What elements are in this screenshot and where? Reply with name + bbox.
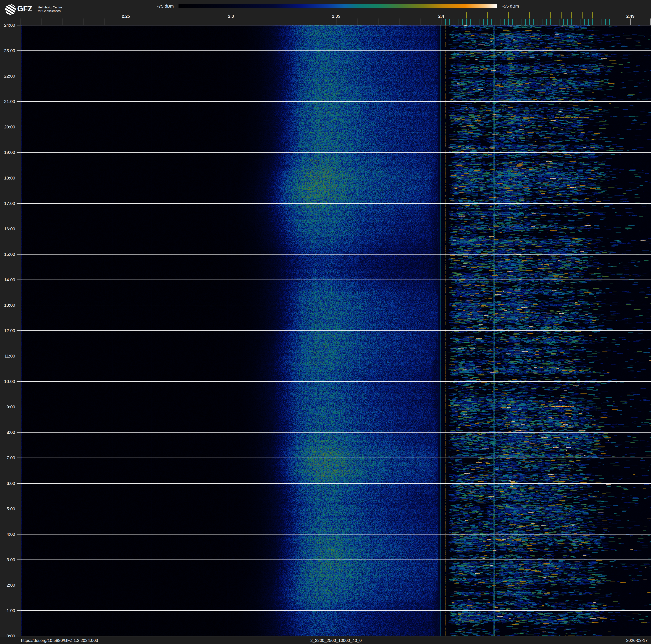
ble-channel-tick (609, 19, 610, 25)
freq-minor-tick (104, 19, 105, 25)
freq-axis-label: 2.35 (332, 14, 340, 19)
hour-gridline (21, 534, 651, 534)
freq-minor-tick (336, 19, 336, 25)
time-axis-label: 18:00 (0, 176, 15, 180)
ble-channel-tick (508, 19, 509, 25)
time-axis-label: 11:00 (0, 354, 15, 358)
time-axis-label: 3:00 (0, 557, 15, 562)
time-axis-label: 4:00 (0, 532, 15, 537)
time-axis-tick (17, 509, 21, 509)
time-axis-label: 8:00 (0, 430, 15, 435)
hour-gridline (21, 203, 651, 204)
hour-gridline (21, 636, 651, 636)
hour-gridline (21, 25, 651, 25)
time-axis-tick (17, 534, 21, 534)
colorbar-gradient (179, 4, 497, 8)
time-axis-label: 5:00 (0, 506, 15, 511)
ble-channel-tick (491, 19, 492, 25)
time-axis-label: 21:00 (0, 99, 15, 104)
ble-channel-tick (542, 19, 542, 25)
hour-gridline (21, 559, 651, 560)
wifi-channel-tick (508, 12, 509, 19)
footer-doi-text: https://doi.org/10.5880/GFZ.1.2.2024.003 (21, 638, 98, 643)
ble-channel-tick (487, 19, 488, 25)
ble-channel-tick (529, 19, 530, 25)
time-axis-tick (17, 356, 21, 356)
ble-channel-tick (521, 19, 521, 25)
hour-gridline (21, 330, 651, 331)
freq-minor-tick (189, 19, 189, 25)
wifi-channel-tick (618, 12, 618, 19)
time-axis-tick (17, 152, 21, 153)
freq-axis-label: 2.25 (122, 14, 130, 19)
hour-gridline (21, 458, 651, 458)
time-axis-label: 17:00 (0, 201, 15, 206)
freq-minor-tick (21, 19, 21, 25)
ble-channel-tick (470, 19, 471, 25)
gfz-logo-abbrev: GFZ (17, 4, 32, 13)
ble-channel-tick (525, 19, 526, 25)
hour-gridline (21, 254, 651, 255)
wifi-channel-tick (529, 12, 530, 19)
ble-channel-tick (450, 19, 450, 25)
wifi-channel-tick (498, 12, 498, 19)
hour-gridline (21, 76, 651, 76)
ble-channel-tick (576, 19, 576, 25)
freq-minor-tick (210, 19, 210, 25)
hour-gridline (21, 178, 651, 178)
freq-minor-tick (273, 19, 273, 25)
time-axis-label: 22:00 (0, 74, 15, 79)
time-axis-label: 1:00 (0, 608, 15, 613)
ble-channel-tick (592, 19, 593, 25)
freq-minor-tick (357, 19, 358, 25)
footer-date: 2026-03-17 (600, 638, 648, 643)
freq-minor-tick (252, 19, 252, 25)
hour-gridline (21, 407, 651, 407)
hour-gridline (21, 356, 651, 356)
time-axis-label: 15:00 (0, 252, 15, 257)
time-axis-label: 20:00 (0, 124, 15, 129)
freq-minor-tick (63, 19, 63, 25)
time-axis-tick (17, 305, 21, 305)
gfz-logo-icon (5, 4, 16, 15)
freq-minor-tick (378, 19, 378, 25)
hour-gridline (21, 585, 651, 585)
gfz-logo-name-line1: Helmholtz Centre (38, 5, 62, 9)
hour-gridline (21, 483, 651, 484)
ble-channel-tick (462, 19, 463, 25)
hour-gridline (21, 280, 651, 280)
ble-channel-tick (458, 19, 459, 25)
hour-gridline (21, 509, 651, 509)
hour-gridline (21, 101, 651, 102)
time-axis-tick (17, 127, 21, 127)
ble-channel-tick (479, 19, 479, 25)
ble-channel-tick (533, 19, 534, 25)
colorbar-max-label: -55 dBm (502, 4, 519, 9)
time-axis-tick (17, 458, 21, 458)
footer-dataset-id: 2_2200_2500_10000_40_0 (231, 638, 441, 643)
time-axis-label: 12:00 (0, 328, 15, 333)
wifi-channel-tick (477, 12, 477, 19)
time-axis-tick (17, 76, 21, 76)
hour-gridline (21, 229, 651, 229)
ble-channel-tick (466, 19, 467, 25)
time-axis-label: 23:00 (0, 48, 15, 53)
ble-channel-tick (584, 19, 585, 25)
hour-gridline (21, 127, 651, 127)
wifi-channel-tick (487, 12, 488, 19)
wifi-channel-tick (540, 12, 540, 19)
wifi-channel-tick (466, 12, 467, 19)
time-axis-tick (17, 432, 21, 433)
ble-channel-tick (559, 19, 559, 25)
ble-channel-tick (513, 19, 513, 25)
freq-axis-label: 2.4 (438, 14, 444, 19)
time-axis-tick (17, 203, 21, 204)
ble-channel-tick (517, 19, 517, 25)
time-axis-tick (17, 610, 21, 611)
ble-channel-tick (580, 19, 581, 25)
freq-minor-tick (231, 19, 231, 25)
freq-minor-tick (650, 19, 651, 25)
time-axis-tick (17, 25, 21, 25)
time-axis-tick (17, 254, 21, 255)
wifi-channel-tick (550, 12, 551, 19)
